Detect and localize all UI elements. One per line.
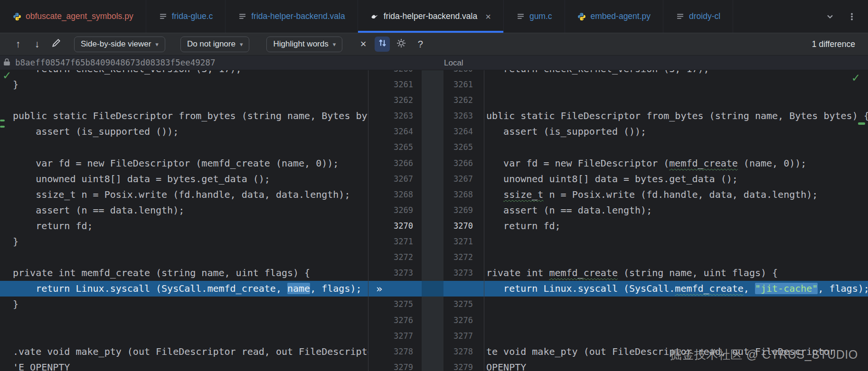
tab-list-chevron-down-icon[interactable] [822,9,838,24]
gutter-divider [422,313,443,328]
code-line[interactable]: assert (is_supported ()); [484,124,868,139]
tab-gum-c[interactable]: gum.c [504,0,565,33]
code-line[interactable] [0,313,368,328]
code-line[interactable]: ublic static FileDescriptor from_bytes (… [484,108,868,124]
code-line[interactable]: 'E_OPENPTY [0,360,368,371]
watermark-text: 掘金技术社区 @ CYRUS_STUDIO [670,347,858,362]
line-number-left: 3260 [368,70,422,77]
code-line[interactable] [0,328,368,344]
left-change-marker [0,126,5,128]
highlight-mode-select[interactable]: Highlight words ▾ [266,37,342,52]
code-line[interactable] [0,93,368,108]
more-options-icon[interactable] [844,9,859,24]
code-line[interactable]: public static FileDescriptor from_bytes … [0,108,368,124]
code-line[interactable]: unowned uint8[] data = bytes.get_data ()… [0,171,368,187]
tab-embed-agent-py[interactable]: embed-agent.py [565,0,663,33]
code-line[interactable]: assert (is_supported ()); [0,124,368,139]
tab-obfuscate-agent-symbols-py[interactable]: obfuscate_agent_symbols.py [0,0,146,33]
code-text: return Linux.syscall (SysCall. [486,283,675,294]
code-line[interactable]: return fd; [0,218,368,234]
right-editor-pane[interactable]: return check_kernel_version (3, 17);ubli… [484,70,868,371]
line-number-right: 3264 [443,124,484,139]
code-text: OPENPTY [486,362,526,371]
editor-tabs: obfuscate_agent_symbols.pyfrida-glue.cfr… [0,0,814,33]
line-number-left: 3269 [368,203,422,218]
tab-frida-helper-backend-vala[interactable]: frida-helper-backend.vala [226,0,358,33]
gutter-divider [422,250,443,265]
code-text: var fd = new FileDescriptor (memfd_creat… [13,158,339,169]
code-line[interactable]: ssize_t n = Posix.write (fd.handle, data… [484,187,868,203]
gutter-divider [422,234,443,250]
code-line[interactable] [484,250,868,265]
settings-button[interactable] [394,37,409,52]
code-line[interactable]: } [0,297,368,312]
code-text: } [13,298,19,310]
left-revision-title: b8aeff08547f65b8409048673d08383f5ee49287 [15,58,215,67]
line-number-left: 3263 [368,108,422,124]
gutter-divider [422,171,443,187]
help-button[interactable]: ? [413,37,428,52]
synchronize-scrolling-button[interactable] [375,37,390,52]
code-line[interactable] [484,297,868,312]
viewer-mode-label: Side-by-side viewer [81,39,151,49]
code-line[interactable]: assert (n == data.length); [484,203,868,218]
code-line[interactable]: } [0,234,368,250]
code-line[interactable]: return fd; [484,218,868,234]
code-line[interactable] [484,93,868,108]
code-line[interactable]: return check_kernel_version (3, 17); [0,70,368,77]
line-number-left: 3270 [368,218,422,234]
code-line[interactable]: unowned uint8[] data = bytes.get_data ()… [484,171,868,187]
whitespace-ignore-select[interactable]: Do not ignore ▾ [180,37,250,52]
code-line[interactable]: ssize_t n = Posix.write (fd.handle, data… [0,187,368,203]
chevron-down-icon: ▾ [240,41,243,48]
code-line[interactable] [0,139,368,155]
left-editor-pane[interactable]: return check_kernel_version (3, 17);}pub… [0,70,368,371]
tab-frida-helper-backend-vala[interactable]: frida-helper-backend.vala× [358,0,504,33]
code-line[interactable]: return check_kernel_version (3, 17); [484,70,868,77]
code-line[interactable] [484,139,868,155]
gutter-divider [422,139,443,155]
tab-label: gum.c [529,11,552,21]
code-line[interactable]: .vate void make_pty (out FileDescriptor … [0,344,368,360]
code-line[interactable]: rivate int memfd_create (string name, ui… [484,265,868,281]
line-number-left: 3275 [368,297,422,312]
code-text: 'E_OPENPTY [13,362,70,371]
underlined-identifier: memfd_create [675,283,744,294]
python-icon [12,12,21,21]
changed-word: "jit-cache" [755,283,818,294]
code-line[interactable] [484,328,868,344]
code-line[interactable]: private int memfd_create (string name, u… [0,265,368,281]
code-line[interactable] [484,77,868,93]
code-line[interactable]: assert (n == data.length); [0,203,368,218]
changed-word: name [287,283,310,294]
code-line[interactable]: } [0,77,368,93]
right-applied-checkmark-icon: ✓ [851,72,860,84]
tab-bar: obfuscate_agent_symbols.pyfrida-glue.cfr… [0,0,868,33]
changed-code-line[interactable]: return Linux.syscall (SysCall.memfd_crea… [484,281,868,297]
code-line[interactable] [0,250,368,265]
code-text: rivate int [486,267,549,278]
code-line[interactable]: var fd = new FileDescriptor (memfd_creat… [0,156,368,171]
code-line[interactable] [484,234,868,250]
next-difference-button[interactable]: ↓ [29,37,45,52]
line-number-left: 3278 [368,344,422,360]
right-change-marker [858,122,865,125]
tab-close-icon[interactable]: × [485,12,491,21]
diff-editor: return check_kernel_version (3, 17);}pub… [0,70,868,371]
viewer-mode-select[interactable]: Side-by-side viewer ▾ [74,37,165,52]
collapse-unchanged-button[interactable]: × [356,37,371,52]
tab-label: obfuscate_agent_symbols.py [26,11,133,21]
line-number-right: 3263 [443,108,484,124]
edit-source-button[interactable] [48,37,64,52]
code-line[interactable]: var fd = new FileDescriptor (memfd_creat… [484,156,868,171]
gutter-row: 32663266 [368,156,484,171]
gutter-divider [422,265,443,281]
line-number-right: 3268 [443,187,484,203]
line-number-left: 3277 [368,328,422,344]
changed-code-line[interactable]: return Linux.syscall (SysCall.memfd_crea… [0,281,368,297]
apply-change-chevron-icon[interactable]: » [376,281,382,297]
tab-frida-glue-c[interactable]: frida-glue.c [146,0,226,33]
previous-difference-button[interactable]: ↑ [10,37,26,52]
code-line[interactable] [484,313,868,328]
tab-droidy-cl[interactable]: droidy-cl [663,0,733,33]
